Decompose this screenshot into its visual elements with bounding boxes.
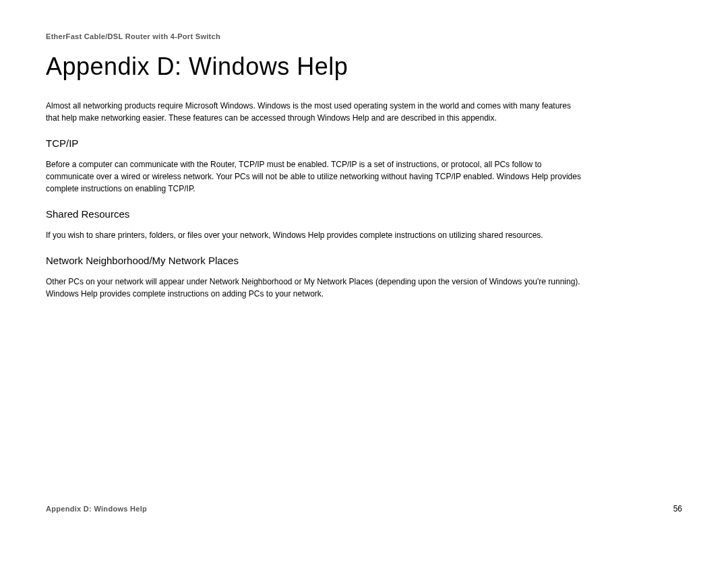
section-heading-shared-resources: Shared Resources bbox=[46, 208, 682, 220]
section-body-shared-resources: If you wish to share printers, folders, … bbox=[46, 229, 585, 241]
header-product-name: EtherFast Cable/DSL Router with 4-Port S… bbox=[46, 32, 682, 40]
section-body-network-neighborhood: Other PCs on your network will appear un… bbox=[46, 276, 585, 300]
intro-paragraph: Almost all networking products require M… bbox=[46, 100, 585, 124]
footer: Appendix D: Windows Help 56 bbox=[46, 504, 682, 513]
page-number: 56 bbox=[673, 504, 682, 513]
section-heading-network-neighborhood: Network Neighborhood/My Network Places bbox=[46, 255, 682, 266]
section-body-tcpip: Before a computer can communicate with t… bbox=[46, 158, 585, 195]
appendix-title: Appendix D: Windows Help bbox=[46, 53, 682, 81]
footer-label: Appendix D: Windows Help bbox=[46, 505, 147, 513]
section-heading-tcpip: TCP/IP bbox=[46, 137, 682, 149]
